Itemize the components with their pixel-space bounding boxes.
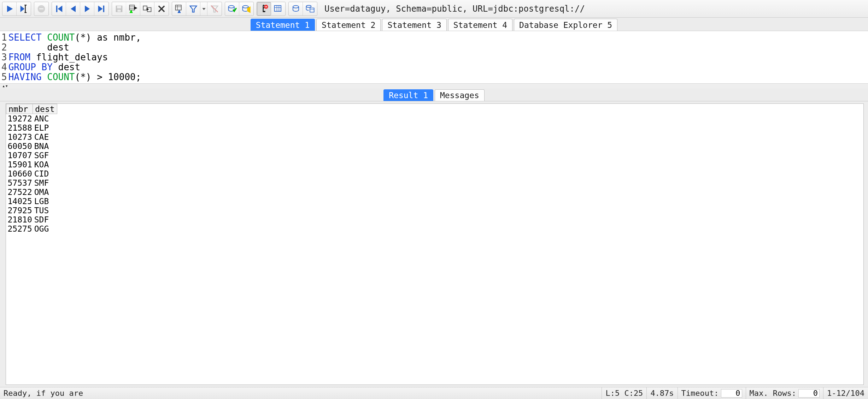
- copy-row-button[interactable]: [140, 2, 154, 16]
- svg-marker-20: [134, 6, 137, 10]
- svg-rect-16: [129, 5, 134, 10]
- status-bar: Ready, if you are L:5 C:25 4.87s Timeout…: [0, 387, 868, 399]
- svg-marker-9: [71, 5, 76, 12]
- stop-execution-button[interactable]: [257, 2, 271, 16]
- clear-filter-button[interactable]: [207, 2, 222, 16]
- status-timeout-input[interactable]: [721, 389, 742, 398]
- svg-marker-1: [20, 5, 25, 12]
- toolbar-group-db: [288, 2, 317, 16]
- cell-dest[interactable]: CID: [33, 169, 57, 178]
- editor-code[interactable]: SELECT COUNT(*) as nmbr, destFROM flight…: [8, 32, 141, 82]
- svg-rect-14: [117, 6, 121, 8]
- cell-nmbr[interactable]: 57537: [6, 178, 33, 187]
- table-row[interactable]: 57537SMF: [6, 178, 57, 187]
- cell-dest[interactable]: SDF: [33, 215, 57, 224]
- svg-point-45: [293, 5, 298, 8]
- cell-nmbr[interactable]: 25275: [6, 224, 33, 233]
- run-at-cursor-button[interactable]: [17, 2, 31, 16]
- last-record-button[interactable]: [94, 2, 108, 16]
- svg-point-35: [243, 5, 248, 8]
- select-columns-button[interactable]: [172, 2, 186, 16]
- statement-tab-2[interactable]: Statement 2: [316, 19, 381, 31]
- col-nmbr[interactable]: nmbr: [6, 104, 33, 114]
- result-grid-scroll[interactable]: nmbrdest 19272ANC21588ELP10273CAE60050BN…: [6, 104, 863, 385]
- table-row[interactable]: 25275OGG: [6, 224, 57, 233]
- table-row[interactable]: 21810SDF: [6, 215, 57, 224]
- status-maxrows: Max. Rows:: [746, 387, 823, 399]
- cell-nmbr[interactable]: 27925: [6, 206, 33, 215]
- cell-dest[interactable]: ANC: [33, 114, 57, 124]
- cell-nmbr[interactable]: 10707: [6, 151, 33, 160]
- cell-nmbr[interactable]: 21588: [6, 123, 33, 132]
- db-disconnect-button[interactable]: [289, 2, 303, 16]
- cell-dest[interactable]: OMA: [33, 187, 57, 197]
- col-dest[interactable]: dest: [33, 104, 57, 114]
- cell-dest[interactable]: TUS: [33, 206, 57, 215]
- cell-dest[interactable]: ELP: [33, 123, 57, 132]
- cell-dest[interactable]: SGF: [33, 151, 57, 160]
- filter-button[interactable]: [186, 2, 200, 16]
- table-row[interactable]: 10273CAE: [6, 132, 57, 142]
- table-row[interactable]: 27522OMA: [6, 187, 57, 197]
- prev-record-button[interactable]: [66, 2, 80, 16]
- next-record-button[interactable]: [80, 2, 94, 16]
- result-grid[interactable]: nmbrdest 19272ANC21588ELP10273CAE60050BN…: [6, 104, 57, 233]
- table-row[interactable]: 21588ELP: [6, 123, 57, 132]
- db-info-button[interactable]: [303, 2, 317, 16]
- commit-button[interactable]: [225, 2, 239, 16]
- first-record-button[interactable]: [52, 2, 66, 16]
- result-tab-2[interactable]: Messages: [435, 89, 485, 101]
- table-row[interactable]: 10660CID: [6, 169, 57, 178]
- statement-tab-4[interactable]: Statement 4: [448, 19, 512, 31]
- svg-rect-4: [24, 12, 27, 13]
- svg-rect-40: [265, 6, 267, 7]
- status-timeout: Timeout:: [678, 387, 746, 399]
- cell-dest[interactable]: KOA: [33, 160, 57, 169]
- filter-dropdown-button[interactable]: [200, 2, 207, 16]
- cell-nmbr[interactable]: 19272: [6, 114, 33, 124]
- statement-tab-5[interactable]: Database Explorer 5: [514, 19, 617, 31]
- cell-nmbr[interactable]: 60050: [6, 142, 33, 151]
- splitter-handle[interactable]: ▴▾: [0, 84, 868, 89]
- status-maxrows-input[interactable]: [798, 389, 820, 398]
- cell-nmbr[interactable]: 27522: [6, 187, 33, 197]
- cell-nmbr[interactable]: 10660: [6, 169, 33, 178]
- svg-rect-41: [275, 5, 281, 11]
- toolbar: User=dataguy, Schema=public, URL=jdbc:po…: [0, 0, 868, 18]
- results-area: nmbrdest 19272ANC21588ELP10273CAE60050BN…: [0, 101, 868, 387]
- cell-dest[interactable]: BNA: [33, 142, 57, 151]
- toolbar-group-nav: [52, 2, 109, 16]
- cell-dest[interactable]: SMF: [33, 178, 57, 187]
- save-button[interactable]: [112, 2, 126, 16]
- show-db-objects-button[interactable]: [271, 2, 285, 16]
- svg-marker-11: [98, 5, 103, 12]
- table-row[interactable]: 60050BNA: [6, 142, 57, 151]
- cell-nmbr[interactable]: 21810: [6, 215, 33, 224]
- toolbar-group-stop: [34, 2, 49, 16]
- svg-point-46: [306, 5, 311, 7]
- run-button[interactable]: [2, 2, 17, 16]
- cell-nmbr[interactable]: 14025: [6, 197, 33, 206]
- sql-editor[interactable]: 12345 SELECT COUNT(*) as nmbr, destFROM …: [0, 31, 868, 84]
- table-row[interactable]: 14025LGB: [6, 197, 57, 206]
- table-row[interactable]: 15901KOA: [6, 160, 57, 169]
- toolbar-group-run: [2, 2, 31, 16]
- stop-button[interactable]: [34, 2, 48, 16]
- execute-script-button[interactable]: [239, 2, 253, 16]
- statement-tab-1[interactable]: Statement 1: [251, 19, 315, 31]
- table-row[interactable]: 10707SGF: [6, 151, 57, 160]
- table-row[interactable]: 27925TUS: [6, 206, 57, 215]
- cell-nmbr[interactable]: 10273: [6, 132, 33, 142]
- cell-dest[interactable]: CAE: [33, 132, 57, 142]
- status-message: Ready, if you are: [0, 387, 602, 399]
- result-tabbar: Result 1Messages: [0, 89, 868, 101]
- svg-rect-3: [24, 5, 27, 5]
- cell-nmbr[interactable]: 15901: [6, 160, 33, 169]
- cell-dest[interactable]: OGG: [33, 224, 57, 233]
- result-tab-1[interactable]: Result 1: [383, 89, 433, 101]
- table-row[interactable]: 19272ANC: [6, 114, 57, 124]
- insert-row-button[interactable]: [126, 2, 140, 16]
- cell-dest[interactable]: LGB: [33, 197, 57, 206]
- delete-row-button[interactable]: [154, 2, 169, 16]
- statement-tab-3[interactable]: Statement 3: [382, 19, 446, 31]
